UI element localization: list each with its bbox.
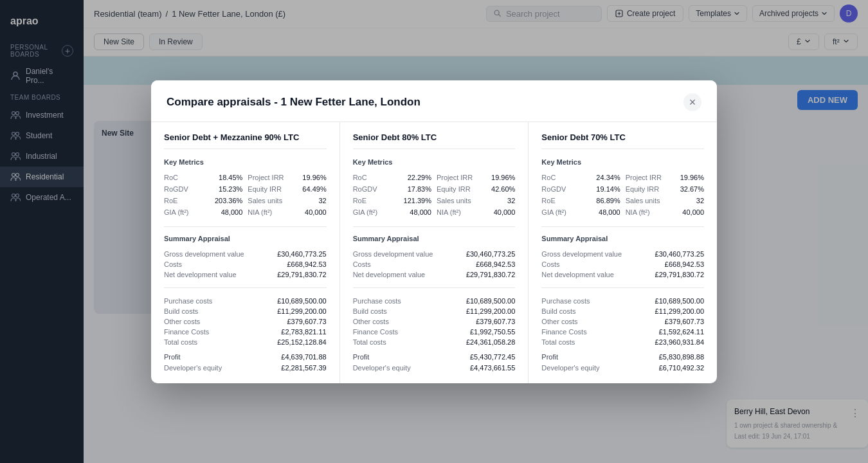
col3-sales-units-row: Sales units 32: [626, 195, 704, 206]
col1-roe-row: RoE 203.36%: [164, 195, 242, 206]
col3-summary-heading: Summary Appraisal: [541, 235, 704, 242]
col1-roc-label: RoC: [164, 174, 178, 181]
col2-key-metrics-heading: Key Metrics: [353, 158, 516, 166]
col3-build-costs-row: Build costs £11,299,200.00: [541, 306, 704, 316]
col1-project-irr-value: 19.96%: [302, 174, 326, 181]
modal-close-button[interactable]: ×: [683, 93, 701, 111]
col2-costs-row: Costs £668,942.53: [353, 259, 516, 269]
col1-title: Senior Debt + Mezzanine 90% LTC: [164, 132, 327, 149]
col1-roe-label: RoE: [164, 197, 177, 204]
col2-title: Senior Debt 80% LTC: [353, 132, 516, 149]
col2-project-irr-row: Project IRR 19.96%: [437, 172, 515, 183]
col3-title: Senior Debt 70% LTC: [541, 132, 704, 149]
col2-equity-irr-row: Equity IRR 42.60%: [437, 184, 515, 194]
col3-gdv-row: Gross development value £30,460,773.25: [541, 249, 704, 259]
col2-nia-row: NIA (ft²) 40,000: [437, 207, 515, 217]
col1-nia-value: 40,000: [305, 208, 327, 216]
col2-sales-units-row: Sales units 32: [437, 195, 515, 206]
compare-col-3: Senior Debt 70% LTC Key Metrics RoC 24.3…: [529, 122, 717, 383]
col1-gia-label: GIA (ft²): [164, 208, 189, 216]
col2-other-costs-row: Other costs £379,607.73: [353, 316, 516, 327]
col2-gdv-row: Gross development value £30,460,773.25: [353, 249, 516, 259]
col1-sales-units-label: Sales units: [248, 197, 282, 204]
col1-profit-row: Profit £4,639,701.88: [164, 351, 327, 363]
modal-header: Compare appraisals - 1 New Fetter Lane, …: [151, 80, 717, 122]
col1-summary-heading: Summary Appraisal: [164, 235, 327, 242]
compare-modal: Compare appraisals - 1 New Fetter Lane, …: [151, 80, 717, 383]
col3-costs-row: Costs £668,942.53: [541, 259, 704, 269]
col1-rogdv-label: RoGDV: [164, 185, 188, 193]
col1-equity-irr-label: Equity IRR: [248, 185, 282, 193]
col1-roc-value: 18.45%: [219, 174, 242, 181]
col1-build-costs-row: Build costs £11,299,200.00: [164, 306, 327, 316]
col1-roc-row: RoC 18.45%: [164, 172, 242, 183]
modal-title: Compare appraisals - 1 New Fetter Lane, …: [167, 96, 420, 109]
col3-rogdv-row: RoGDV 19.14%: [541, 184, 620, 194]
col2-dev-equity-row: Developer's equity £4,473,661.55: [353, 363, 516, 373]
col1-sales-units-row: Sales units 32: [248, 195, 326, 206]
col1-gia-row: GIA (ft²) 48,000: [164, 207, 242, 217]
col1-equity-irr-value: 64.49%: [302, 185, 326, 193]
col2-gia-row: GIA (ft²) 48,000: [353, 207, 431, 217]
col1-ndv-row: Net development value £29,791,830.72: [164, 269, 327, 280]
col3-profit-row: Profit £5,830,898.88: [541, 351, 704, 363]
col1-total-costs-row: Total costs £25,152,128.84: [164, 337, 327, 347]
col1-dev-equity-row: Developer's equity £2,281,567.39: [164, 363, 327, 373]
col2-summary-heading: Summary Appraisal: [353, 235, 516, 242]
col3-dev-equity-row: Developer's equity £6,710,492.32: [541, 363, 704, 373]
col1-other-costs-row: Other costs £379,607.73: [164, 316, 327, 327]
col1-nia-row: NIA (ft²) 40,000: [248, 207, 326, 217]
col2-roe-row: RoE 121.39%: [353, 195, 431, 206]
col3-project-irr-row: Project IRR 19.96%: [626, 172, 704, 183]
col3-roe-row: RoE 86.89%: [541, 195, 620, 206]
col2-profit-row: Profit £5,430,772.45: [353, 351, 516, 363]
modal-overlay[interactable]: Compare appraisals - 1 New Fetter Lane, …: [0, 0, 868, 463]
col1-key-metrics-heading: Key Metrics: [164, 158, 327, 166]
col1-project-irr-row: Project IRR 19.96%: [248, 172, 326, 183]
col2-build-costs-row: Build costs £11,299,200.00: [353, 306, 516, 316]
col3-purchase-costs-row: Purchase costs £10,689,500.00: [541, 296, 704, 306]
col1-nia-label: NIA (ft²): [248, 208, 272, 216]
col3-equity-irr-row: Equity IRR 32.67%: [626, 184, 704, 194]
col2-roc-row: RoC 22.29%: [353, 172, 431, 183]
col2-purchase-costs-row: Purchase costs £10,689,500.00: [353, 296, 516, 306]
col1-costs-row: Costs £668,942.53: [164, 259, 327, 269]
col3-key-metrics-heading: Key Metrics: [541, 158, 704, 166]
col1-gia-value: 48,000: [221, 208, 243, 216]
modal-body: Senior Debt + Mezzanine 90% LTC Key Metr…: [151, 122, 717, 383]
col1-project-irr-label: Project IRR: [248, 174, 284, 181]
col2-rogdv-row: RoGDV 17.83%: [353, 184, 431, 194]
col1-roe-value: 203.36%: [215, 197, 242, 204]
col3-roc-row: RoC 24.34%: [541, 172, 620, 183]
col3-finance-costs-row: Finance Costs £1,592,624.11: [541, 327, 704, 337]
compare-col-2: Senior Debt 80% LTC Key Metrics RoC 22.2…: [340, 122, 529, 383]
col3-other-costs-row: Other costs £379,607.73: [541, 316, 704, 327]
col1-equity-irr-row: Equity IRR 64.49%: [248, 184, 326, 194]
col3-total-costs-row: Total costs £23,960,931.84: [541, 337, 704, 347]
col1-purchase-costs-row: Purchase costs £10,689,500.00: [164, 296, 327, 306]
col1-rogdv-row: RoGDV 15.23%: [164, 184, 242, 194]
col2-total-costs-row: Total costs £24,361,058.28: [353, 337, 516, 347]
col1-gdv-row: Gross development value £30,460,773.25: [164, 249, 327, 259]
compare-col-1: Senior Debt + Mezzanine 90% LTC Key Metr…: [151, 122, 340, 383]
col3-gia-row: GIA (ft²) 48,000: [541, 207, 620, 217]
col1-sales-units-value: 32: [318, 197, 326, 204]
close-icon: ×: [689, 96, 696, 108]
col2-ndv-row: Net development value £29,791,830.72: [353, 269, 516, 280]
col2-finance-costs-row: Finance Costs £1,992,750.55: [353, 327, 516, 337]
col1-rogdv-value: 15.23%: [219, 185, 242, 193]
col1-finance-costs-row: Finance Costs £2,783,821.11: [164, 327, 327, 337]
col3-nia-row: NIA (ft²) 40,000: [626, 207, 704, 217]
col3-ndv-row: Net development value £29,791,830.72: [541, 269, 704, 280]
